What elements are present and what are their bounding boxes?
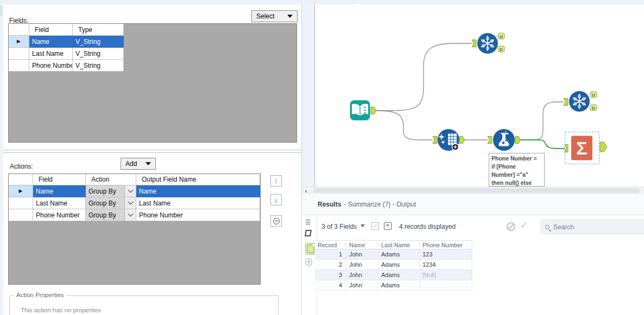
connection-formula-to-unique-right[interactable]	[521, 102, 564, 140]
table-cell[interactable]: Adams	[378, 270, 420, 280]
table-row[interactable]: 4JohnAdams	[315, 280, 472, 291]
table-cell[interactable]: Adams	[378, 249, 420, 260]
table-cell[interactable]: John	[346, 270, 378, 280]
actions-grid-row[interactable]: Phone NumberGroup ByPhone Number	[9, 209, 260, 221]
grid-cell[interactable]: V_String	[73, 60, 124, 72]
table-row[interactable]: 1JohnAdams123	[315, 249, 472, 260]
table-cell[interactable]: 3	[315, 270, 346, 280]
fields-summary-dropdown[interactable]: 3 of 3 Fields	[321, 223, 357, 230]
canvas-horizontal-scrollbar[interactable]: ‹	[302, 187, 644, 194]
output-anchor[interactable]	[600, 142, 607, 152]
panel-splitter[interactable]	[3, 152, 302, 153]
row-indicator[interactable]: ▶	[9, 185, 33, 197]
table-cell[interactable]: 4	[315, 280, 346, 291]
scroll-left-icon[interactable]: ‹	[305, 188, 307, 194]
data-view-button[interactable]	[305, 243, 316, 255]
table-cell[interactable]: 2	[315, 260, 346, 270]
metadata-view-button[interactable]: ☰	[305, 218, 311, 226]
row-indicator[interactable]	[9, 197, 33, 209]
text-input-tool[interactable]	[350, 100, 377, 120]
connection-input-to-unique-top[interactable]	[376, 43, 472, 111]
grid-cell[interactable]: Last Name	[33, 197, 86, 209]
column-header[interactable]: Phone Number	[420, 241, 472, 249]
grid-cell[interactable]: V_String	[73, 36, 124, 48]
table-cell[interactable]: 123	[420, 249, 472, 260]
deselect-fields-icon[interactable]: ✕	[384, 222, 392, 230]
select-dropdown-button[interactable]: Select	[251, 10, 298, 22]
unique-tool-top[interactable]: U D	[472, 33, 504, 54]
summarize-tool-selected[interactable]: Σ	[565, 132, 607, 164]
grid-cell[interactable]: Name	[33, 185, 86, 197]
records-summary: 4 records displayed	[399, 223, 456, 230]
output-anchor[interactable]	[371, 107, 376, 114]
fields-grid-row[interactable]: Last NameV_String	[9, 48, 296, 60]
grid-cell[interactable]: Name	[136, 185, 260, 197]
fields-grid[interactable]: FieldType▶NameV_StringLast NameV_StringP…	[8, 23, 297, 143]
grid-cell[interactable]: Phone Number	[136, 209, 260, 221]
connection-input-to-cleansing[interactable]	[376, 111, 433, 140]
table-cell[interactable]: John	[346, 260, 378, 270]
table-cell[interactable]: 1234	[420, 260, 472, 270]
row-indicator[interactable]: ▶	[9, 36, 29, 48]
input-anchor[interactable]	[488, 137, 492, 144]
row-indicator[interactable]	[9, 48, 29, 60]
actions-grid-row[interactable]: Last NameGroup ByLast Name	[9, 197, 260, 209]
action-dropdown-cell[interactable]: Group By	[86, 209, 136, 221]
search-input[interactable]	[553, 223, 618, 231]
profile-view-button[interactable]	[305, 230, 311, 236]
grid-cell[interactable]: Last Name	[136, 197, 260, 209]
table-cell[interactable]: John	[346, 249, 378, 260]
move-down-button[interactable]: ↓	[270, 194, 282, 205]
add-dropdown-button[interactable]: Add	[121, 158, 156, 170]
unique-tool-right[interactable]: U D	[564, 91, 597, 112]
grid-cell[interactable]: V_String	[73, 48, 124, 60]
column-header[interactable]: Last Name	[378, 241, 420, 249]
apply-icon[interactable]: ✓	[520, 220, 528, 231]
select-all-fields-icon[interactable]: ✓	[371, 222, 379, 230]
action-dropdown-cell[interactable]: Group By	[86, 185, 136, 197]
table-cell[interactable]: 1	[315, 249, 346, 260]
move-up-button[interactable]: ↑	[270, 175, 282, 187]
row-indicator[interactable]	[9, 60, 29, 72]
column-header[interactable]: Record	[315, 241, 346, 249]
scrollbar-thumb[interactable]	[314, 188, 640, 193]
dropdown-chevron-button[interactable]	[124, 209, 136, 221]
table-cell[interactable]: [Null]	[420, 270, 472, 280]
results-data-table[interactable]: RecordNameLast NamePhone Number1JohnAdam…	[315, 240, 472, 291]
data-cleansing-tool[interactable]	[433, 129, 465, 151]
input-anchor[interactable]	[472, 40, 476, 47]
cancel-icon[interactable]	[507, 222, 515, 231]
connection-formula-to-summarize-selected[interactable]	[521, 140, 565, 149]
actions-grid[interactable]: FieldActionOutput Field Name▶NameGroup B…	[8, 173, 261, 285]
table-cell[interactable]: Adams	[378, 280, 420, 291]
workflow-canvas[interactable]: U D	[315, 4, 644, 187]
chevron-down-icon[interactable]	[361, 224, 365, 227]
fields-grid-row[interactable]: ▶NameV_String	[9, 36, 296, 48]
output-anchor[interactable]	[515, 137, 521, 144]
table-row[interactable]: 3JohnAdams[Null]	[315, 270, 472, 280]
table-row[interactable]: 2JohnAdams1234	[315, 260, 472, 270]
help-button[interactable]: ?	[305, 259, 312, 266]
dropdown-chevron-button[interactable]	[124, 197, 136, 209]
input-anchor[interactable]	[564, 99, 568, 106]
fields-grid-row[interactable]: Phone NumberV_String	[9, 60, 296, 72]
row-indicator[interactable]	[9, 209, 33, 221]
remove-action-button[interactable]	[270, 215, 282, 227]
formula-annotation[interactable]: Phone Number = if [Phone Number] ="a" th…	[489, 153, 545, 187]
output-anchor[interactable]	[459, 137, 465, 144]
table-cell[interactable]: John	[346, 280, 378, 291]
column-header[interactable]: Name	[346, 241, 378, 249]
table-cell[interactable]	[420, 280, 472, 291]
action-dropdown-cell[interactable]: Group By	[86, 197, 136, 209]
input-anchor[interactable]	[433, 137, 437, 144]
grid-cell[interactable]: Name	[29, 36, 73, 48]
dropdown-chevron-button[interactable]	[124, 185, 136, 197]
panel-splitter[interactable]	[3, 150, 302, 150]
grid-cell[interactable]: Last Name	[29, 48, 73, 60]
grid-cell[interactable]: Phone Number	[33, 209, 86, 221]
actions-grid-row[interactable]: ▶NameGroup ByName	[9, 185, 260, 197]
table-cell[interactable]: Adams	[378, 260, 420, 270]
search-box[interactable]	[540, 219, 644, 235]
formula-tool[interactable]	[488, 129, 521, 151]
grid-cell[interactable]: Phone Number	[29, 60, 73, 72]
